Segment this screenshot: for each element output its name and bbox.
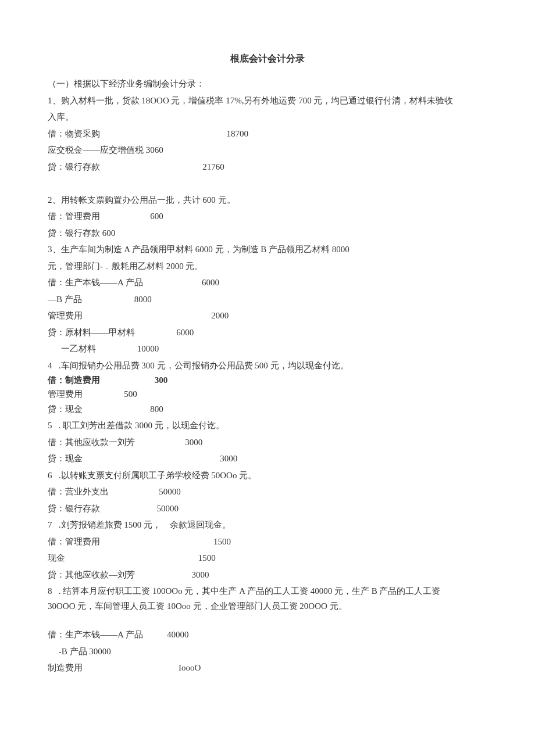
text-line — [48, 613, 487, 626]
text-line: 管理费用 500 — [48, 388, 487, 401]
text-line: 30OOO 元，车间管理人员工资 10Ooo 元，企业管理部门人员工资 20OO… — [48, 600, 487, 613]
text-line: 借：生产本钱——A 产品 40000 — [48, 626, 487, 643]
text-line: 借：制造费用 300 — [48, 374, 487, 387]
text-line: 2、用转帐支票购置办公用品一批，共计 600 元。 — [48, 192, 487, 209]
text-line: 1、购入材料一批，货款 18OOO 元，增值税率 17%,另有外地运费 700 … — [48, 92, 487, 109]
text-line: 6 .以转账支票支付所属职工子弟学校经费 50OOo 元。 — [48, 467, 487, 484]
text-line: 一乙材料 10000 — [48, 341, 487, 357]
text-line: 制造费用 IoooO — [48, 660, 487, 676]
text-line: 借：物资采购 18700 — [48, 126, 487, 142]
text-line: 4 .车间报销办公用品费 300 元，公司报销办公用品费 500 元，均以现金付… — [48, 357, 487, 374]
text-line: 管理费用 2000 — [48, 307, 487, 324]
text-line: 7 .刘芳报销差旅费 1500 元， 余款退回现金。 — [48, 517, 487, 533]
text-line: —B 产品 8000 — [48, 291, 487, 308]
text-line: 借：生产本钱——A 产品 6000 — [48, 274, 487, 291]
text-line: 借：营业外支出 50000 — [48, 483, 487, 500]
text-line: 入库。 — [48, 109, 487, 126]
text-line: 贷：银行存款 600 — [48, 225, 487, 242]
text-line: 贷：现金 800 — [48, 401, 487, 418]
text-line: 贷：银行存款 50000 — [48, 500, 487, 517]
text-line: 现金 1500 — [48, 550, 487, 567]
text-line: 贷：现金 3000 — [48, 450, 487, 467]
text-line: 3、生产车间为制造 A 产品领用甲材料 6000 元，为制造 B 产品领用乙材料… — [48, 241, 487, 258]
text-line: 贷：银行存款 21760 — [48, 159, 487, 175]
text-line: 应交税金——应交增值税 3060 — [48, 142, 487, 159]
text-line: 元，管理部门-﹒般耗用乙材料 2000 元。 — [48, 258, 487, 275]
text-line: 借：管理费用 600 — [48, 208, 487, 225]
text-line — [48, 175, 487, 192]
document-page: 根底会计会计分录 （一）根据以下经济业务编制会计分录：1、购入材料一批，货款 1… — [0, 0, 535, 756]
text-line: 借：其他应收款一刘芳 3000 — [48, 434, 487, 451]
text-line: 8 . 结算本月应付职工工资 100OOo 元，其中生产 A 产品的工人工资 4… — [48, 583, 487, 600]
text-line: 贷：原材料——甲材料 6000 — [48, 324, 487, 341]
document-title: 根底会计会计分录 — [48, 50, 487, 67]
text-line: 5 . 职工刘芳出差借款 3000 元，以现金付讫。 — [48, 417, 487, 434]
text-line: 贷：其他应收款—刘芳 3000 — [48, 567, 487, 583]
text-line: （一）根据以下经济业务编制会计分录： — [48, 76, 487, 92]
document-body: （一）根据以下经济业务编制会计分录：1、购入材料一批，货款 18OOO 元，增值… — [48, 76, 487, 676]
text-line: 借：管理费用 1500 — [48, 533, 487, 550]
text-line: -B 产品 30000 — [48, 643, 487, 660]
